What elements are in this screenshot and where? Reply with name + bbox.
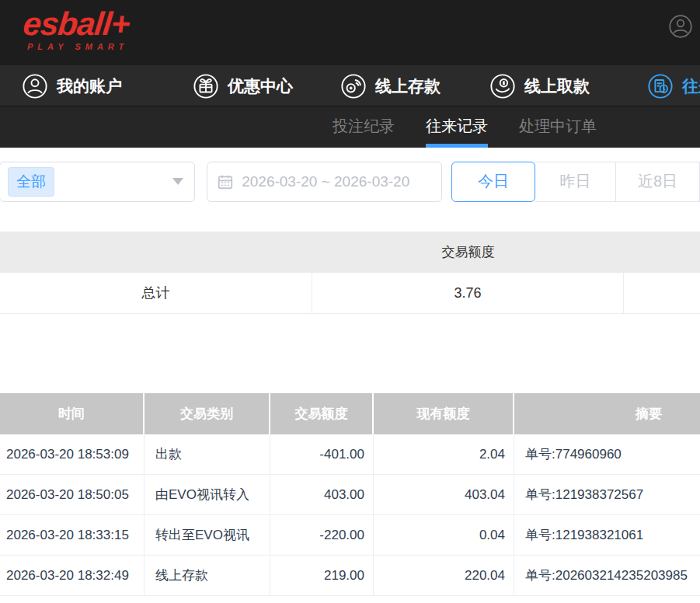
- table-cell: 单号:121938372567: [514, 475, 700, 514]
- summary-table: 交易额度 总计 3.76: [0, 232, 700, 314]
- table-cell: 220.04: [374, 556, 514, 595]
- records-table-body: 2026-03-20 18:53:09出款-401.002.04单号:77496…: [0, 434, 700, 596]
- column-header-1: 交易类别: [145, 393, 270, 434]
- deposit-icon: [340, 73, 367, 99]
- table-cell: 单号:121938321061: [514, 515, 700, 555]
- user-icon: [22, 73, 48, 99]
- withdraw-icon: [489, 73, 516, 99]
- table-cell: 转出至EVO视讯: [145, 515, 270, 555]
- nav-item-2[interactable]: 线上存款: [340, 65, 441, 106]
- table-cell: 单号:202603214235203985: [514, 556, 700, 595]
- column-header-2: 交易额度: [270, 393, 374, 434]
- quick-button-1[interactable]: 昨日: [535, 162, 616, 202]
- nav-item-3[interactable]: 线上取款: [489, 65, 590, 106]
- nav-item-label: 往来记录: [682, 75, 700, 97]
- transaction-type-select[interactable]: 全部: [0, 162, 195, 202]
- table-cell: 403.00: [270, 475, 374, 514]
- date-range-value: 2026-03-20 ~ 2026-03-20: [242, 173, 409, 190]
- summary-header-label: 交易额度: [312, 232, 624, 273]
- account-user-circle-icon[interactable]: [668, 14, 693, 39]
- table-cell: 由EVO视讯转入: [145, 475, 270, 514]
- tab-0[interactable]: 投注纪录: [333, 106, 395, 148]
- calendar-icon: [217, 173, 234, 190]
- summary-row-spacer: [624, 273, 700, 313]
- table-row: 2026-03-20 18:50:05由EVO视讯转入403.00403.04单…: [0, 475, 700, 515]
- gift-icon: [193, 73, 219, 99]
- nav-item-label: 我的账户: [57, 75, 122, 97]
- column-header-0: 时间: [0, 393, 145, 434]
- top-header: esball+ PLAY SMART: [0, 0, 700, 65]
- table-row: 2026-03-20 18:32:49线上存款219.00220.04单号:20…: [0, 556, 700, 596]
- quick-button-0[interactable]: 今日: [451, 162, 535, 202]
- records-table-header: 时间交易类别交易额度现有额度摘要: [0, 393, 700, 434]
- table-cell: 2.04: [374, 434, 514, 474]
- summary-header-row: 交易额度: [0, 232, 700, 273]
- table-cell: -220.00: [270, 515, 374, 555]
- brand-logo[interactable]: esball+ PLAY SMART: [23, 6, 130, 51]
- table-cell: -401.00: [270, 434, 374, 474]
- table-cell: 403.04: [374, 475, 514, 514]
- selected-type-tag[interactable]: 全部: [8, 167, 54, 197]
- nav-bar: 我的账户优惠中心线上存款线上取款往来记录: [0, 65, 700, 106]
- brand-logo-text: esball+: [22, 6, 131, 42]
- summary-total-row: 总计 3.76: [0, 273, 700, 314]
- nav-item-label: 线上存款: [375, 75, 441, 97]
- brand-tagline: PLAY SMART: [27, 42, 130, 51]
- column-header-3: 现有额度: [374, 393, 514, 434]
- date-range-picker[interactable]: 2026-03-20 ~ 2026-03-20: [207, 162, 442, 202]
- chevron-down-icon: [172, 178, 183, 185]
- quick-date-button-group: 今日昨日近8日: [451, 162, 700, 202]
- records-icon: [647, 73, 674, 99]
- summary-header-spacer: [0, 232, 312, 273]
- tab-2[interactable]: 处理中订单: [519, 106, 597, 148]
- table-cell: 出款: [145, 434, 270, 474]
- nav-item-4[interactable]: 往来记录: [647, 65, 700, 106]
- table-cell: 2026-03-20 18:50:05: [0, 475, 145, 514]
- table-cell: 单号:774960960: [514, 434, 700, 474]
- table-row: 2026-03-20 18:53:09出款-401.002.04单号:77496…: [0, 434, 700, 475]
- tab-1[interactable]: 往来记录: [426, 106, 488, 148]
- column-header-4: 摘要: [514, 393, 700, 434]
- table-cell: 2026-03-20 18:32:49: [0, 556, 145, 595]
- tab-bar: 投注纪录往来记录处理中订单: [0, 106, 700, 148]
- table-cell: 线上存款: [145, 556, 270, 595]
- records-table-wrap: 时间交易类别交易额度现有额度摘要 2026-03-20 18:53:09出款-4…: [0, 393, 700, 596]
- nav-item-0[interactable]: 我的账户: [22, 65, 122, 106]
- summary-header-spacer: [624, 232, 700, 273]
- nav-item-label: 优惠中心: [228, 75, 293, 97]
- table-row: 2026-03-20 18:33:15转出至EVO视讯-220.000.04单号…: [0, 515, 700, 556]
- nav-item-label: 线上取款: [524, 75, 590, 97]
- summary-total-label: 总计: [0, 273, 312, 313]
- table-cell: 0.04: [374, 515, 514, 555]
- table-cell: 219.00: [270, 556, 374, 595]
- quick-button-2[interactable]: 近8日: [616, 162, 700, 202]
- table-cell: 2026-03-20 18:53:09: [0, 434, 145, 474]
- records-table: 时间交易类别交易额度现有额度摘要 2026-03-20 18:53:09出款-4…: [0, 393, 700, 596]
- summary-total-value: 3.76: [312, 273, 624, 313]
- filter-bar: 全部 2026-03-20 ~ 2026-03-20 今日昨日近8日: [0, 148, 700, 202]
- table-cell: 2026-03-20 18:33:15: [0, 515, 145, 555]
- nav-item-1[interactable]: 优惠中心: [193, 65, 293, 106]
